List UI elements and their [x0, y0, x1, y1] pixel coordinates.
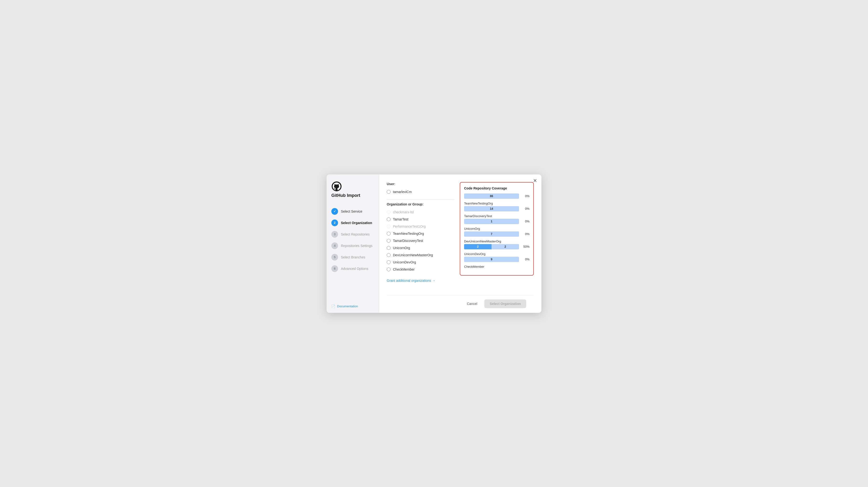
sidebar-logo: GitHub Import — [331, 181, 374, 198]
coverage-bar-value-0: 86 — [490, 194, 493, 198]
coverage-bar-wrap-0: 86 — [464, 194, 519, 199]
coverage-bar-wrap-unicornorg: 7 — [464, 231, 519, 237]
sidebar-item-advanced-options[interactable]: 6 Advanced Options — [331, 263, 374, 274]
coverage-bar-value-unicorndevorg: 9 — [491, 258, 493, 261]
coverage-row-teamnewtesting: TeamNewTestingOrg 14 0% — [464, 202, 529, 212]
step-circle-3: 3 — [331, 231, 338, 238]
left-panel: User: tamarleviCm Organization or Group:… — [387, 182, 454, 292]
org-radio-input-tamardiscovery[interactable] — [387, 239, 391, 243]
doc-icon: 📄 — [331, 304, 335, 308]
github-logo-icon — [331, 181, 342, 192]
sidebar: GitHub Import ✓ Select Service 2 Select … — [327, 174, 379, 313]
sidebar-steps: ✓ Select Service 2 Select Organization 3… — [331, 206, 374, 300]
org-radio-item-teamnewtestingorg[interactable]: TeamNewTestingOrg — [387, 230, 454, 237]
step-label-6: Advanced Options — [341, 267, 368, 270]
user-radio-item[interactable]: tamarleviCm — [387, 188, 454, 195]
user-radio-group: tamarleviCm — [387, 188, 454, 195]
coverage-label-teamnewtesting: TeamNewTestingOrg — [464, 202, 529, 205]
org-radio-item-tamartest[interactable]: TamarTest — [387, 216, 454, 223]
coverage-pct-tamardiscovery: 0% — [521, 220, 529, 223]
select-organization-button[interactable]: Select Organization — [484, 299, 526, 308]
grant-link[interactable]: Grant additional organizations → — [387, 279, 435, 283]
user-radio-label: tamarleviCm — [393, 190, 412, 194]
coverage-row-unicorndevorg: UnicornDevOrg 9 0% — [464, 252, 529, 262]
modal-body: GitHub Import ✓ Select Service 2 Select … — [327, 174, 541, 313]
coverage-bar-row-unicornorg: 7 0% — [464, 231, 529, 237]
org-radio-input-unicorndev[interactable] — [387, 260, 391, 264]
coverage-bar-wrap-teamnewtesting: 14 — [464, 206, 519, 212]
sidebar-footer: 📄 Documentation — [331, 300, 374, 308]
org-radio-item-tamardiscovery[interactable]: TamarDiscoveryTest — [387, 237, 454, 244]
org-radio-input-tamartest[interactable] — [387, 217, 391, 221]
coverage-label-checkmember-partial: CheckMember — [464, 265, 529, 268]
doc-label: Documentation — [337, 304, 358, 308]
org-radio-label-perftest: PerformanceTest1Org — [393, 225, 426, 228]
cancel-button[interactable]: Cancel — [463, 300, 482, 307]
org-radio-item-unicornorg[interactable]: UnicornOrg — [387, 244, 454, 252]
close-button[interactable]: ✕ — [533, 178, 537, 183]
sidebar-item-select-service[interactable]: ✓ Select Service — [331, 206, 374, 217]
coverage-bar-value-teamnewtesting: 14 — [490, 207, 493, 210]
sidebar-item-select-branches[interactable]: 5 Select Branches — [331, 252, 374, 263]
org-radio-label-tamardiscovery: TamarDiscoveryTest — [393, 239, 423, 243]
step-circle-4: 4 — [331, 242, 338, 249]
org-section-label: Organization or Group: — [387, 202, 454, 206]
github-import-modal: ✕ GitHub Import ✓ Select Service — [327, 174, 541, 313]
coverage-label-unicorndevorg: UnicornDevOrg — [464, 252, 529, 256]
sidebar-item-select-repositories[interactable]: 3 Select Repositories — [331, 229, 374, 240]
coverage-box: Code Repository Coverage 86 — [460, 182, 534, 275]
coverage-split-right-devunicorn: 2 — [504, 245, 506, 249]
step-label-2: Select Organization — [341, 221, 372, 225]
sidebar-item-repositories-settings[interactable]: 4 Repositories Settings — [331, 240, 374, 252]
coverage-bar-value-tamardiscovery: 1 — [491, 220, 493, 223]
org-radio-input-teamnewtesting[interactable] — [387, 232, 391, 235]
coverage-pct-unicorndevorg: 0% — [521, 257, 529, 261]
org-radio-label-tamartest: TamarTest — [393, 217, 408, 221]
step-circle-6: 6 — [331, 265, 338, 272]
content-area: User: tamarleviCm Organization or Group:… — [387, 182, 534, 292]
org-radio-label-checkmarx: checkmarx-ltd — [393, 210, 414, 214]
user-radio-input[interactable] — [387, 190, 391, 194]
step-label-1: Select Service — [341, 209, 362, 213]
sidebar-item-select-organization[interactable]: 2 Select Organization — [331, 217, 374, 229]
coverage-split-left-devunicorn: 2 — [477, 245, 478, 249]
org-radio-item-perftest: PerformanceTest1Org — [387, 223, 454, 230]
step-label-4: Repositories Settings — [341, 244, 372, 248]
org-radio-item-checkmember[interactable]: CheckMember — [387, 266, 454, 273]
org-radio-label-unicorndev: UnicornDevOrg — [393, 260, 416, 264]
org-radio-input-checkmarx — [387, 210, 391, 214]
step-label-3: Select Repositories — [341, 232, 370, 236]
coverage-row-checkmember-partial: CheckMember — [464, 265, 529, 268]
org-radio-item-devunicornnewmasterorg[interactable]: DevUnicornNewMasterOrg — [387, 252, 454, 259]
coverage-row-devunicorn: DevUnicornNewMasterOrg 2 2 — [464, 239, 529, 249]
coverage-title: Code Repository Coverage — [464, 186, 529, 190]
step-label-5: Select Branches — [341, 255, 365, 259]
org-radio-input-devunicorn[interactable] — [387, 253, 391, 257]
coverage-pct-teamnewtesting: 0% — [521, 207, 529, 210]
coverage-bar-row-0: 86 0% — [464, 194, 529, 199]
documentation-link[interactable]: 📄 Documentation — [331, 304, 374, 308]
coverage-label-devunicorn: DevUnicornNewMasterOrg — [464, 239, 529, 243]
coverage-bar-row-devunicorn: 2 2 50% — [464, 244, 529, 249]
step-circle-5: 5 — [331, 254, 338, 261]
org-radio-label-unicornorg: UnicornOrg — [393, 246, 410, 250]
org-radio-group: checkmarx-ltd TamarTest PerformanceTest1… — [387, 208, 454, 273]
modal-footer: Cancel Select Organization — [387, 295, 534, 313]
org-radio-item-unicorndevorg[interactable]: UnicornDevOrg — [387, 259, 454, 266]
coverage-label-unicornorg: UnicornOrg — [464, 227, 529, 230]
coverage-row-unicornorg: UnicornOrg 7 0% — [464, 227, 529, 237]
org-radio-input-unicornorg[interactable] — [387, 246, 391, 250]
main-content: User: tamarleviCm Organization or Group:… — [379, 174, 541, 313]
org-radio-label-checkmember: CheckMember — [393, 267, 415, 271]
org-radio-item-checkmarx: checkmarx-ltd — [387, 208, 454, 216]
right-panel: Code Repository Coverage 86 — [460, 182, 534, 292]
coverage-bar-wrap-unicorndevorg: 9 — [464, 257, 519, 262]
coverage-bar-wrap-tamardiscovery: 1 — [464, 219, 519, 224]
org-radio-label-teamnewtesting: TeamNewTestingOrg — [393, 232, 424, 235]
org-radio-input-checkmember[interactable] — [387, 267, 391, 271]
coverage-pct-unicornorg: 0% — [521, 232, 529, 236]
coverage-bar-row-unicorndevorg: 9 0% — [464, 257, 529, 262]
coverage-label-tamardiscovery: TamarDiscoveryTest — [464, 214, 529, 218]
coverage-bar-value-unicornorg: 7 — [491, 232, 493, 236]
coverage-pct-devunicorn: 50% — [521, 245, 529, 249]
